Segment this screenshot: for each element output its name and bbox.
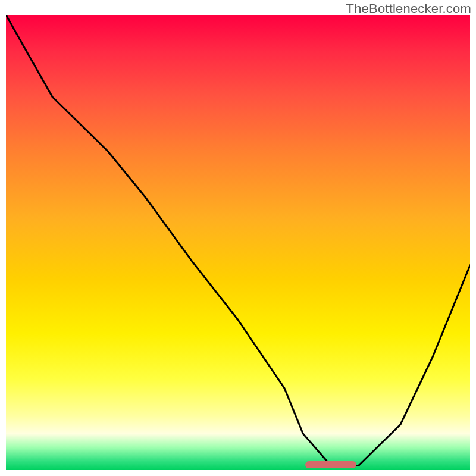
plot-area (6, 15, 470, 470)
bottleneck-curve (6, 15, 470, 470)
curve-path (6, 15, 470, 465)
chart-canvas: TheBottlenecker.com (0, 0, 476, 476)
watermark-text: TheBottlenecker.com (346, 1, 471, 17)
optimal-range-marker (305, 461, 356, 468)
